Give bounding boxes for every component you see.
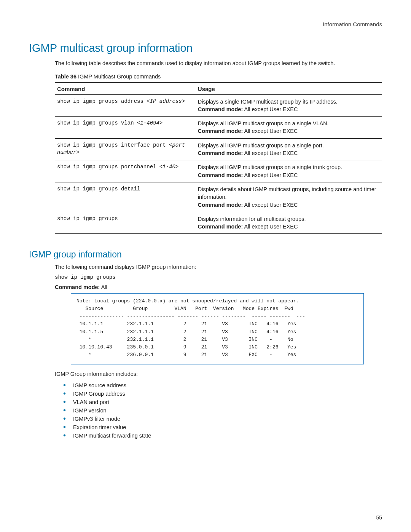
- table-row: show ip igmp groups address <IP address>…: [55, 94, 382, 117]
- list-item: IGMP multicast forwarding state: [63, 431, 382, 440]
- usage-desc: Displays a single IGMP multicast group b…: [198, 99, 338, 105]
- table-caption-text: IGMP Multicast Group commands: [76, 73, 161, 80]
- command-text: show ip igmp groups portchannel: [57, 164, 159, 170]
- command-text: show ip igmp groups: [57, 216, 118, 222]
- mode-label: Command mode:: [198, 202, 243, 208]
- mode-value: All except User EXEC: [243, 128, 298, 134]
- table-header-usage: Usage: [196, 82, 382, 95]
- inline-command: show ip igmp groups: [55, 274, 382, 280]
- command-table: Command Usage show ip igmp groups addres…: [55, 82, 382, 235]
- intro-paragraph: The following table describes the comman…: [55, 60, 382, 67]
- mode-label: Command mode:: [198, 128, 243, 134]
- command-mode-line: Command mode: All: [55, 284, 382, 290]
- usage-desc: Displays all IGMP multicast groups on a …: [198, 164, 342, 170]
- list-item: Expiration timer value: [63, 423, 382, 431]
- mode-value: All except User EXEC: [243, 106, 298, 112]
- mode-label: Command mode:: [55, 284, 100, 290]
- usage-desc: Displays details about IGMP multicast gr…: [198, 186, 376, 200]
- mode-value: All except User EXEC: [243, 150, 298, 156]
- command-text: show ip igmp groups detail: [57, 186, 140, 192]
- table-row: show ip igmp groups interface port <port…: [55, 138, 382, 160]
- usage-desc: Displays information for all multicast g…: [198, 216, 306, 222]
- page-title: IGMP multicast group information: [29, 42, 382, 54]
- running-header: Information Commands: [29, 21, 382, 27]
- command-text: show ip igmp groups vlan: [57, 120, 137, 126]
- table-row: show ip igmp groups detail Displays deta…: [55, 182, 382, 212]
- mode-label: Command mode:: [198, 172, 243, 178]
- table-header-command: Command: [55, 82, 196, 95]
- table-caption-label: Table 36: [55, 73, 76, 80]
- output-codebox: Note: Local groups (224.0.0.x) are not s…: [71, 293, 364, 364]
- bullet-list: IGMP source address IGMP Group address V…: [63, 381, 382, 440]
- page-number: 55: [376, 514, 382, 521]
- mode-value: All: [100, 284, 107, 290]
- mode-value: All except User EXEC: [243, 172, 298, 178]
- list-item: IGMP Group address: [63, 390, 382, 398]
- table-row: show ip igmp groups vlan <1-4094> Displa…: [55, 117, 382, 139]
- usage-desc: Displays all IGMP multicast groups on a …: [198, 142, 324, 149]
- command-arg: <IP address>: [147, 98, 185, 104]
- mode-value: All except User EXEC: [243, 224, 298, 230]
- mode-value: All except User EXEC: [243, 202, 298, 208]
- section-heading: IGMP group information: [29, 249, 382, 260]
- command-text: show ip igmp groups interface port: [57, 142, 169, 148]
- list-item: IGMP version: [63, 406, 382, 415]
- list-item: IGMP source address: [63, 381, 382, 390]
- list-item: IGMPv3 filter mode: [63, 415, 382, 423]
- table-caption: Table 36 IGMP Multicast Group commands: [55, 73, 382, 80]
- command-arg: <1-4094>: [137, 120, 162, 126]
- section-paragraph: The following command displays IGMP grou…: [55, 264, 382, 271]
- table-row: show ip igmp groups Displays information…: [55, 212, 382, 234]
- table-row: show ip igmp groups portchannel <1-40> D…: [55, 160, 382, 182]
- mode-label: Command mode:: [198, 106, 243, 112]
- command-arg: <1-40>: [159, 164, 178, 170]
- usage-desc: Displays all IGMP multicast groups on a …: [198, 120, 329, 126]
- mode-label: Command mode:: [198, 150, 243, 156]
- list-item: VLAN and port: [63, 398, 382, 406]
- includes-paragraph: IGMP Group information includes:: [55, 371, 382, 378]
- command-text: show ip igmp groups address: [57, 98, 147, 104]
- mode-label: Command mode:: [198, 224, 243, 230]
